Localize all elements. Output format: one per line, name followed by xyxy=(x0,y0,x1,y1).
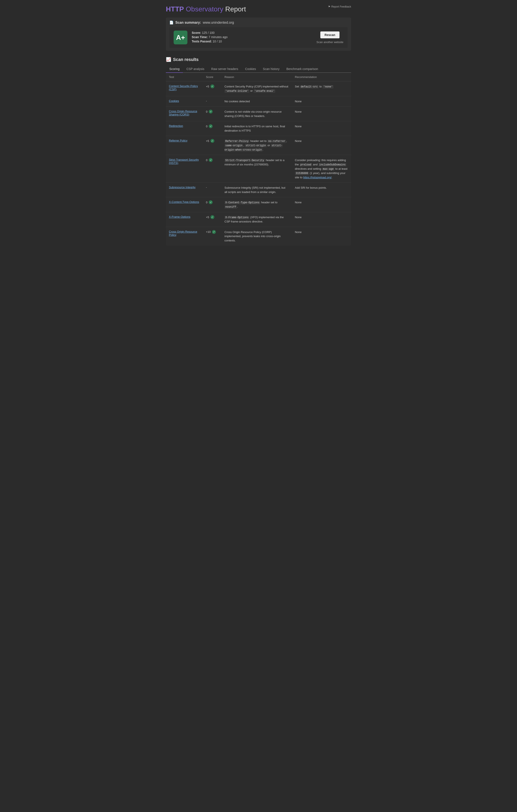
score-value: 0 xyxy=(206,201,207,204)
score-value: 0 xyxy=(206,110,207,113)
scan-summary-label: Scan summary: xyxy=(175,21,201,25)
test-link[interactable]: Cookies xyxy=(169,99,179,103)
table-row: X-Content-Type-Options0✓X-Content-Type-O… xyxy=(166,197,351,212)
score-label: Score: xyxy=(192,31,201,34)
test-link[interactable]: Referrer Policy xyxy=(169,139,188,142)
reason-cell: Referrer-Policy header set to no-referre… xyxy=(222,136,292,155)
report-feedback-label: Report Feedback xyxy=(331,5,351,8)
chart-icon: 📈 xyxy=(166,57,171,62)
score-value: +5 xyxy=(206,215,209,219)
reason-cell: X-Content-Type-Options header set to nos… xyxy=(222,197,292,212)
results-tabs: Scoring CSP analysis Raw server headers … xyxy=(166,65,351,73)
table-row: Content Security Policy (CSP)+5✓Content … xyxy=(166,81,351,96)
table-row: Cookies-No cookies detectedNone xyxy=(166,96,351,107)
scan-summary-card: A+ Score: 125 / 100 Scan Time: 7 minutes… xyxy=(169,27,348,48)
reason-cell: Content is not visible via cross-origin … xyxy=(222,107,292,121)
table-row: Subresource Integrity-Subresource Integr… xyxy=(166,183,351,197)
col-header-reason: Reason xyxy=(222,73,292,81)
reason-cell: Initial redirection is to HTTPS on same … xyxy=(222,121,292,136)
reason-cell: No cookies detected xyxy=(222,96,292,107)
test-link[interactable]: Redirection xyxy=(169,124,183,127)
col-header-test: Test xyxy=(166,73,203,81)
table-row: X-Frame-Options+5✓X-Frame-Options (XFO) … xyxy=(166,212,351,227)
tab-scan-history[interactable]: Scan history xyxy=(259,65,283,73)
table-row: Cross Origin Resource Policy+10✓Cross Or… xyxy=(166,227,351,245)
test-link[interactable]: Subresource Integrity xyxy=(169,186,196,189)
col-header-recommendation: Recommendation xyxy=(292,73,351,81)
report-feedback-link[interactable]: ⚑ Report Feedback xyxy=(328,5,351,8)
score-value: - xyxy=(206,186,207,189)
page-title: HTTP Observatory Report xyxy=(166,5,246,13)
tab-scoring[interactable]: Scoring xyxy=(166,65,183,73)
recommendation-cell: None xyxy=(292,212,351,227)
tab-csp-analysis[interactable]: CSP analysis xyxy=(183,65,208,73)
recommendation-cell: Add SRI for bonus points. xyxy=(292,183,351,197)
recommendation-cell: Consider preloading: this requires addin… xyxy=(292,155,351,183)
recommendation-cell: None xyxy=(292,96,351,107)
scan-summary-title: 📄 Scan summary: www.unindented.org xyxy=(169,21,348,25)
document-icon: 📄 xyxy=(169,21,174,25)
table-row: Referrer Policy+5✓Referrer-Policy header… xyxy=(166,136,351,155)
score-value: +5 xyxy=(206,139,209,143)
reason-cell: Subresource Integrity (SRI) not implemen… xyxy=(222,183,292,197)
title-http: HTTP xyxy=(166,5,184,13)
scan-meta: Score: 125 / 100 Scan Time: 7 minutes ag… xyxy=(192,31,316,44)
score-value: 0 xyxy=(206,125,207,128)
check-icon: ✓ xyxy=(209,110,212,114)
score-value: - xyxy=(206,99,207,103)
scan-time-row: Scan Time: 7 minutes ago xyxy=(192,35,316,39)
table-row: Redirection0✓Initial redirection is to H… xyxy=(166,121,351,136)
recommendation-cell: None xyxy=(292,136,351,155)
reason-cell: Content Security Policy (CSP) implemente… xyxy=(222,81,292,96)
title-observatory: Observatory xyxy=(184,5,223,13)
recommendation-cell: None xyxy=(292,121,351,136)
results-table: Test Score Reason Recommendation Content… xyxy=(166,73,351,245)
score-value: 0 xyxy=(206,158,207,162)
scan-time-value: 7 minutes ago xyxy=(208,35,228,39)
score-value: +5 xyxy=(206,85,209,88)
flag-icon: ⚑ xyxy=(328,5,331,8)
check-icon: ✓ xyxy=(212,230,216,234)
tests-passed-row: Tests Passed: 10 / 10 xyxy=(192,40,316,43)
grade-badge: A+ xyxy=(174,31,188,45)
scan-actions: Rescan Scan another website xyxy=(316,31,343,44)
tests-passed-label: Tests Passed: xyxy=(192,40,212,43)
check-icon: ✓ xyxy=(210,215,214,219)
table-header-row: Test Score Reason Recommendation xyxy=(166,73,351,81)
test-link[interactable]: Cross Origin Resource Policy xyxy=(169,230,197,236)
tests-passed-value: 10 / 10 xyxy=(212,40,222,43)
scan-results-section: 📈 Scan results Scoring CSP analysis Raw … xyxy=(166,57,351,245)
hstspreload-link[interactable]: https://hstspreload.org/ xyxy=(303,176,332,179)
test-link[interactable]: X-Frame-Options xyxy=(169,215,191,219)
col-header-score: Score xyxy=(203,73,222,81)
check-icon: ✓ xyxy=(209,200,212,204)
scan-summary-section: 📄 Scan summary: www.unindented.org A+ Sc… xyxy=(166,18,351,51)
check-icon: ✓ xyxy=(209,158,212,162)
test-link[interactable]: Content Security Policy (CSP) xyxy=(169,84,198,91)
check-icon: ✓ xyxy=(210,84,214,88)
score-row: Score: 125 / 100 xyxy=(192,31,316,34)
recommendation-cell: None xyxy=(292,227,351,245)
scan-another-link[interactable]: Scan another website xyxy=(316,40,343,44)
check-icon: ✓ xyxy=(210,139,214,143)
test-link[interactable]: X-Content-Type-Options xyxy=(169,200,199,204)
test-link[interactable]: Cross Origin Resource Sharing (CORS) xyxy=(169,110,197,116)
reason-cell: Strict-Transport-Security header set to … xyxy=(222,155,292,183)
reason-cell: X-Frame-Options (XFO) implemented via th… xyxy=(222,212,292,227)
title-report: Report xyxy=(223,5,246,13)
scan-time-label: Scan Time: xyxy=(192,35,208,39)
score-value: +10 xyxy=(206,230,211,233)
page-header: HTTP Observatory Report ⚑ Report Feedbac… xyxy=(166,5,351,13)
recommendation-cell: None xyxy=(292,197,351,212)
recommendation-cell: Set default-src to 'none' xyxy=(292,81,351,96)
recommendation-cell: None xyxy=(292,107,351,121)
rescan-button[interactable]: Rescan xyxy=(320,31,340,38)
tab-cookies[interactable]: Cookies xyxy=(242,65,260,73)
check-icon: ✓ xyxy=(209,124,212,128)
test-link[interactable]: Strict Transport Security (HSTS) xyxy=(169,158,199,165)
table-row: Strict Transport Security (HSTS)0✓Strict… xyxy=(166,155,351,183)
scan-results-title: 📈 Scan results xyxy=(166,57,351,62)
tab-benchmark-comparison[interactable]: Benchmark comparison xyxy=(283,65,321,73)
tab-raw-server-headers[interactable]: Raw server headers xyxy=(208,65,241,73)
scan-results-label: Scan results xyxy=(173,57,199,62)
